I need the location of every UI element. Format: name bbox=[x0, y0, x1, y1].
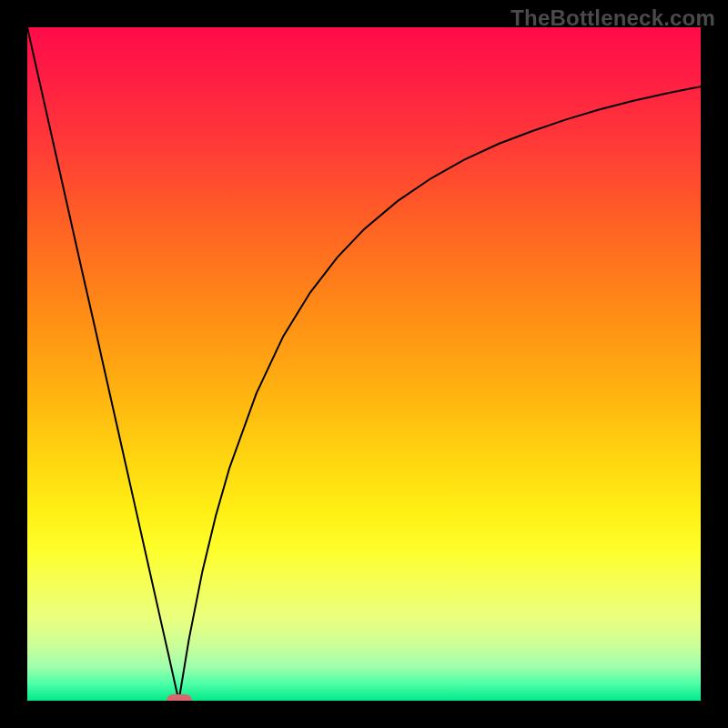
plot-area bbox=[27, 27, 701, 701]
watermark-text: TheBottleneck.com bbox=[511, 5, 715, 31]
chart-frame: TheBottleneck.com bbox=[0, 0, 728, 728]
bottleneck-curve bbox=[27, 27, 701, 701]
curve-path bbox=[27, 27, 701, 701]
minimum-marker bbox=[167, 694, 192, 701]
